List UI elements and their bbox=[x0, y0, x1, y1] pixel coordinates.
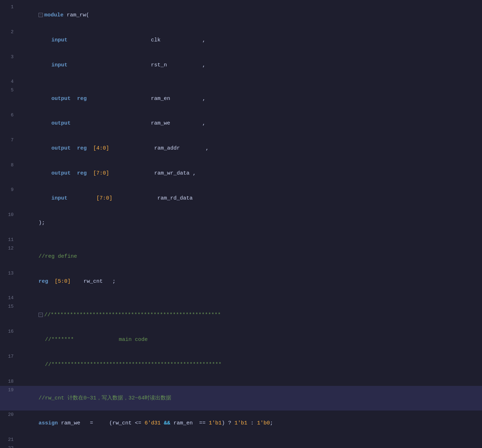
code-line-12: 12 //reg define bbox=[0, 244, 482, 269]
code-line-4: 4 bbox=[0, 77, 482, 86]
code-line-16: 16 //******* main code bbox=[0, 327, 482, 352]
code-line-17: 17 //***********************************… bbox=[0, 352, 482, 377]
code-editor: 1 −module ram_rw( 2 input clk , 3 input … bbox=[0, 0, 482, 448]
code-line-14: 14 bbox=[0, 294, 482, 302]
code-line-18: 18 bbox=[0, 377, 482, 386]
collapse-icon-15[interactable]: − bbox=[39, 313, 43, 317]
code-line-13: 13 reg [5:0] rw_cnt ; bbox=[0, 269, 482, 294]
code-line-22: 22 //控制RAM使能信号 bbox=[0, 444, 482, 448]
code-line-3: 3 input rst_n , bbox=[0, 53, 482, 78]
code-line-7: 7 output reg [4:0] ram_addr , bbox=[0, 136, 482, 161]
code-line-8: 8 output reg [7:0] ram_wr_data , bbox=[0, 161, 482, 186]
code-line-6: 6 output ram_we , bbox=[0, 111, 482, 136]
code-line-19: 19 //rw_cnt 计数在0~31，写入数据，32~64时读出数据 bbox=[0, 386, 482, 411]
code-line-20: 20 assign ram_we = (rw_cnt <= 6'd31 && r… bbox=[0, 411, 482, 436]
code-line-11: 11 bbox=[0, 236, 482, 244]
code-line-9: 9 input [7:0] ram_rd_data bbox=[0, 186, 482, 211]
code-line-2: 2 input clk , bbox=[0, 28, 482, 53]
collapse-icon-1[interactable]: − bbox=[39, 13, 43, 17]
code-line-15: 15 −//**********************************… bbox=[0, 302, 482, 327]
code-line-21: 21 bbox=[0, 436, 482, 444]
code-line-1: 1 −module ram_rw( bbox=[0, 3, 482, 28]
code-line-5: 5 output reg ram_en , bbox=[0, 86, 482, 111]
code-line-10: 10 ); bbox=[0, 211, 482, 236]
